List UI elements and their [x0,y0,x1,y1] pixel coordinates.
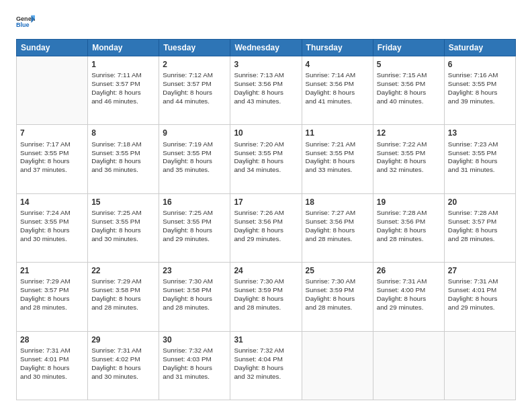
day-number: 1 [91,59,155,70]
calendar-cell [17,56,88,125]
day-info: Sunrise: 7:31 AM Sunset: 4:00 PM Dayligh… [377,277,441,312]
calendar-week-row: 7Sunrise: 7:17 AM Sunset: 3:55 PM Daylig… [17,125,516,193]
day-number: 19 [377,197,441,208]
day-info: Sunrise: 7:26 AM Sunset: 3:56 PM Dayligh… [234,209,298,244]
day-number: 9 [163,128,226,138]
calendar-day-header: Friday [373,40,444,56]
calendar-cell: 5Sunrise: 7:15 AM Sunset: 3:56 PM Daylig… [373,56,444,125]
calendar-cell: 4Sunrise: 7:14 AM Sunset: 3:56 PM Daylig… [302,56,373,125]
day-number: 5 [377,59,441,70]
day-info: Sunrise: 7:19 AM Sunset: 3:55 PM Dayligh… [163,140,226,175]
day-info: Sunrise: 7:31 AM Sunset: 4:01 PM Dayligh… [20,347,84,381]
header: General Blue [16,13,516,32]
calendar-cell: 7Sunrise: 7:17 AM Sunset: 3:55 PM Daylig… [17,125,88,193]
svg-text:Blue: Blue [16,21,30,28]
day-number: 29 [91,334,155,345]
calendar-cell: 16Sunrise: 7:25 AM Sunset: 3:55 PM Dayli… [159,193,230,262]
calendar-week-row: 21Sunrise: 7:29 AM Sunset: 3:57 PM Dayli… [17,263,516,331]
day-number: 25 [306,265,369,276]
day-info: Sunrise: 7:25 AM Sunset: 3:55 PM Dayligh… [163,209,226,244]
calendar-cell: 26Sunrise: 7:31 AM Sunset: 4:00 PM Dayli… [373,263,444,331]
day-number: 26 [377,265,441,276]
calendar-day-header: Thursday [302,40,373,56]
logo: General Blue [16,13,35,32]
calendar-day-header: Sunday [17,40,88,56]
calendar-cell [444,331,515,400]
day-number: 18 [306,197,369,208]
day-info: Sunrise: 7:30 AM Sunset: 3:59 PM Dayligh… [234,277,298,312]
day-info: Sunrise: 7:29 AM Sunset: 3:57 PM Dayligh… [20,277,84,312]
day-info: Sunrise: 7:16 AM Sunset: 3:55 PM Dayligh… [448,71,512,106]
calendar-cell: 8Sunrise: 7:18 AM Sunset: 3:55 PM Daylig… [88,125,159,193]
calendar-cell: 25Sunrise: 7:30 AM Sunset: 3:59 PM Dayli… [302,263,373,331]
calendar-cell: 14Sunrise: 7:24 AM Sunset: 3:55 PM Dayli… [17,193,88,262]
day-number: 21 [20,265,84,276]
calendar-cell: 9Sunrise: 7:19 AM Sunset: 3:55 PM Daylig… [159,125,230,193]
calendar-day-header: Tuesday [159,40,230,56]
day-info: Sunrise: 7:15 AM Sunset: 3:56 PM Dayligh… [377,71,441,106]
calendar-cell [373,331,444,400]
day-number: 27 [448,265,512,276]
day-info: Sunrise: 7:28 AM Sunset: 3:56 PM Dayligh… [377,209,441,244]
day-info: Sunrise: 7:32 AM Sunset: 4:04 PM Dayligh… [234,347,298,381]
calendar-day-header: Wednesday [230,40,302,56]
calendar-cell: 27Sunrise: 7:31 AM Sunset: 4:01 PM Dayli… [444,263,515,331]
day-info: Sunrise: 7:30 AM Sunset: 3:59 PM Dayligh… [306,277,369,312]
calendar-table: SundayMondayTuesdayWednesdayThursdayFrid… [16,39,516,400]
day-info: Sunrise: 7:21 AM Sunset: 3:55 PM Dayligh… [306,140,369,175]
day-number: 13 [448,128,512,138]
calendar-cell: 21Sunrise: 7:29 AM Sunset: 3:57 PM Dayli… [17,263,88,331]
day-info: Sunrise: 7:20 AM Sunset: 3:55 PM Dayligh… [234,140,298,175]
day-info: Sunrise: 7:24 AM Sunset: 3:55 PM Dayligh… [20,209,84,244]
day-number: 7 [20,128,84,138]
day-info: Sunrise: 7:28 AM Sunset: 3:57 PM Dayligh… [448,209,512,244]
calendar-cell: 15Sunrise: 7:25 AM Sunset: 3:55 PM Dayli… [88,193,159,262]
calendar-cell: 11Sunrise: 7:21 AM Sunset: 3:55 PM Dayli… [302,125,373,193]
calendar-cell: 6Sunrise: 7:16 AM Sunset: 3:55 PM Daylig… [444,56,515,125]
calendar-day-header: Saturday [444,40,515,56]
day-info: Sunrise: 7:13 AM Sunset: 3:56 PM Dayligh… [234,71,298,106]
logo-icon: General Blue [16,13,35,32]
day-info: Sunrise: 7:27 AM Sunset: 3:56 PM Dayligh… [306,209,369,244]
day-info: Sunrise: 7:22 AM Sunset: 3:55 PM Dayligh… [377,140,441,175]
calendar-header-row: SundayMondayTuesdayWednesdayThursdayFrid… [17,40,516,56]
calendar-cell: 29Sunrise: 7:31 AM Sunset: 4:02 PM Dayli… [88,331,159,400]
calendar-cell: 10Sunrise: 7:20 AM Sunset: 3:55 PM Dayli… [230,125,302,193]
calendar-cell: 17Sunrise: 7:26 AM Sunset: 3:56 PM Dayli… [230,193,302,262]
page: General Blue SundayMondayTuesdayWednesda… [0,0,532,411]
calendar-cell: 13Sunrise: 7:23 AM Sunset: 3:55 PM Dayli… [444,125,515,193]
day-info: Sunrise: 7:23 AM Sunset: 3:55 PM Dayligh… [448,140,512,175]
calendar-cell: 23Sunrise: 7:30 AM Sunset: 3:58 PM Dayli… [159,263,230,331]
calendar-cell: 31Sunrise: 7:32 AM Sunset: 4:04 PM Dayli… [230,331,302,400]
day-number: 8 [91,128,155,138]
calendar-cell: 28Sunrise: 7:31 AM Sunset: 4:01 PM Dayli… [17,331,88,400]
day-number: 17 [234,197,298,208]
calendar-cell: 18Sunrise: 7:27 AM Sunset: 3:56 PM Dayli… [302,193,373,262]
day-number: 11 [306,128,369,138]
day-number: 22 [91,265,155,276]
calendar-cell: 20Sunrise: 7:28 AM Sunset: 3:57 PM Dayli… [444,193,515,262]
day-info: Sunrise: 7:31 AM Sunset: 4:02 PM Dayligh… [91,347,155,381]
calendar-cell: 12Sunrise: 7:22 AM Sunset: 3:55 PM Dayli… [373,125,444,193]
day-info: Sunrise: 7:17 AM Sunset: 3:55 PM Dayligh… [20,140,84,175]
day-info: Sunrise: 7:32 AM Sunset: 4:03 PM Dayligh… [163,347,226,381]
day-info: Sunrise: 7:31 AM Sunset: 4:01 PM Dayligh… [448,277,512,312]
day-info: Sunrise: 7:11 AM Sunset: 3:57 PM Dayligh… [91,71,155,106]
day-number: 12 [377,128,441,138]
calendar-cell: 1Sunrise: 7:11 AM Sunset: 3:57 PM Daylig… [88,56,159,125]
day-number: 28 [20,334,84,345]
day-number: 4 [306,59,369,70]
calendar-day-header: Monday [88,40,159,56]
day-number: 2 [163,59,226,70]
calendar-cell: 24Sunrise: 7:30 AM Sunset: 3:59 PM Dayli… [230,263,302,331]
day-number: 24 [234,265,298,276]
day-number: 20 [448,197,512,208]
day-number: 31 [234,334,298,345]
day-info: Sunrise: 7:25 AM Sunset: 3:55 PM Dayligh… [91,209,155,244]
calendar-week-row: 28Sunrise: 7:31 AM Sunset: 4:01 PM Dayli… [17,331,516,400]
day-info: Sunrise: 7:30 AM Sunset: 3:58 PM Dayligh… [163,277,226,312]
day-info: Sunrise: 7:14 AM Sunset: 3:56 PM Dayligh… [306,71,369,106]
day-number: 23 [163,265,226,276]
calendar-cell: 3Sunrise: 7:13 AM Sunset: 3:56 PM Daylig… [230,56,302,125]
day-number: 15 [91,197,155,208]
